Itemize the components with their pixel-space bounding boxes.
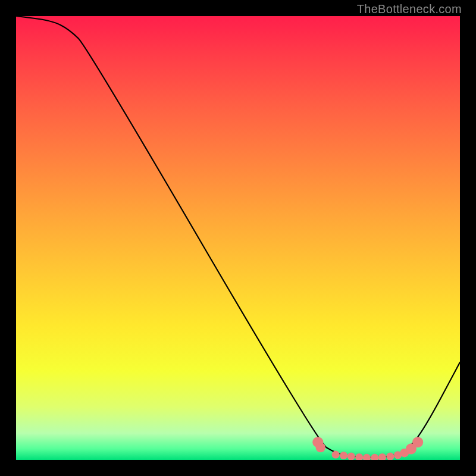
chart-marker <box>371 454 378 460</box>
chart-marker <box>332 450 340 458</box>
chart-stage: TheBottleneck.com <box>0 0 476 476</box>
chart-marker <box>386 452 394 460</box>
chart-marker <box>355 453 363 460</box>
chart-marker <box>363 454 371 460</box>
chart-marker <box>412 437 423 447</box>
chart-marker <box>378 453 386 460</box>
chart-marker <box>340 452 347 459</box>
chart-curve <box>16 16 460 458</box>
chart-marker <box>347 452 355 460</box>
chart-marker <box>316 443 325 452</box>
chart-plot-area <box>16 16 460 460</box>
chart-overlay-svg <box>16 16 460 460</box>
watermark-text: TheBottleneck.com <box>357 2 462 16</box>
